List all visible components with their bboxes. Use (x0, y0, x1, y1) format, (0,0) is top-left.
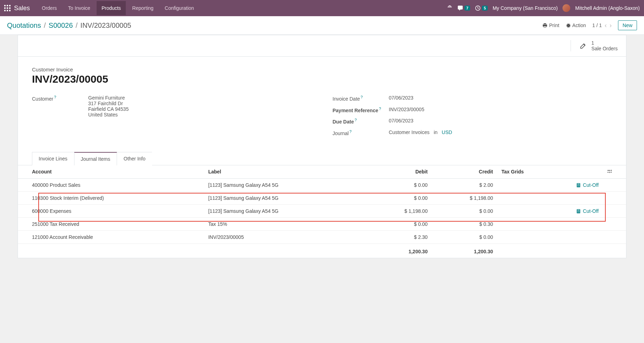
breadcrumb-current: INV/2023/00005 (80, 21, 131, 30)
payment-ref-label: Payment Reference? (333, 107, 389, 113)
controlbar-right: Print Action 1 / 1 ‹ › New (542, 20, 637, 30)
customer-link[interactable]: Gemini Furniture (88, 95, 125, 101)
controlbar: Quotations / S00026 / INV/2023/00005 Pri… (0, 16, 644, 35)
messages-badge: 7 (464, 6, 470, 11)
breadcrumb-quotations[interactable]: Quotations (7, 21, 41, 30)
cell-account: 121000 Account Receivable (18, 230, 204, 243)
cell-debit: $ 0.00 (366, 178, 432, 191)
svg-rect-7 (7, 10, 8, 11)
pager-prev[interactable]: ‹ (605, 22, 607, 29)
journal-label: Journal? (333, 129, 389, 136)
svg-rect-5 (9, 7, 11, 9)
table-row[interactable]: 251000 Tax ReceivedTax 15%$ 0.00$ 0.30 (18, 217, 626, 230)
cell-label: Tax 15% (204, 217, 366, 230)
tab-invoice-lines[interactable]: Invoice Lines (32, 152, 74, 165)
cell-credit: $ 0.30 (432, 217, 497, 230)
company-selector[interactable]: My Company (San Francisco) (493, 5, 558, 11)
cell-account: 251000 Tax Received (18, 217, 204, 230)
user-menu[interactable]: Mitchell Admin (Anglo-Saxon) (575, 5, 640, 11)
gear-icon (566, 23, 571, 28)
svg-rect-8 (9, 10, 11, 11)
cell-tax (497, 178, 561, 191)
stat-sale-orders[interactable]: 1 Sale Orders (571, 40, 618, 51)
cell-account: 400000 Product Sales (18, 178, 204, 191)
invoice-date-label: Invoice Date? (333, 95, 389, 102)
nav-configuration[interactable]: Configuration (160, 1, 199, 15)
table-row[interactable]: 110300 Stock Interim (Delivered)[1123] S… (18, 191, 626, 204)
total-debit: 1,200.30 (366, 243, 432, 258)
cell-debit: $ 0.00 (366, 217, 432, 230)
tab-other-info[interactable]: Other Info (117, 152, 152, 165)
cell-label: [1123] Samsung Galaxy A54 5G (204, 204, 366, 217)
tab-journal-items[interactable]: Journal Items (74, 152, 117, 165)
col-account[interactable]: Account (18, 165, 204, 179)
breadcrumb: Quotations / S00026 / INV/2023/00005 (7, 21, 131, 30)
payment-ref-value[interactable]: INV/2023/00005 (389, 107, 424, 112)
address-country: United States (88, 112, 129, 117)
total-credit: 1,200.30 (432, 243, 497, 258)
svg-rect-4 (7, 7, 8, 9)
cell-label: INV/2023/00005 (204, 230, 366, 243)
cell-credit: $ 0.00 (432, 230, 497, 243)
nav-reporting[interactable]: Reporting (127, 1, 158, 15)
svg-rect-3 (4, 7, 6, 9)
cutoff-button[interactable]: Cut-Off (576, 208, 599, 214)
pager-next[interactable]: › (610, 22, 612, 29)
invoice-date-value[interactable]: 07/06/2023 (389, 95, 414, 101)
cutoff-button[interactable]: Cut-Off (576, 182, 599, 188)
currency-value[interactable]: USD (442, 129, 452, 135)
activities-badge: 5 (482, 6, 488, 11)
nav-to-invoice[interactable]: To Invoice (63, 1, 95, 15)
col-tax-grids[interactable]: Tax Grids (497, 165, 561, 179)
cell-tax (497, 217, 561, 230)
nav-orders[interactable]: Orders (37, 1, 62, 15)
table-row[interactable]: 400000 Product Sales[1123] Samsung Galax… (18, 178, 626, 191)
due-date-value[interactable]: 07/06/2023 (389, 118, 414, 123)
journal-value[interactable]: Customer Invoices (389, 129, 430, 135)
col-credit[interactable]: Credit (432, 165, 497, 179)
options-icon[interactable] (607, 169, 612, 175)
cell-label: [1123] Samsung Galaxy A54 5G (204, 178, 366, 191)
col-label[interactable]: Label (204, 165, 366, 179)
tabs: Invoice Lines Journal Items Other Info (18, 152, 626, 165)
address-line1: 317 Fairchild Dr (88, 101, 129, 106)
journal-items-table: Account Label Debit Credit Tax Grids 400… (18, 165, 626, 258)
apps-icon[interactable] (4, 5, 11, 11)
cell-debit: $ 0.00 (366, 191, 432, 204)
stat-label: Sale Orders (591, 46, 618, 51)
cell-account: 600000 Expenses (18, 204, 204, 217)
svg-rect-1 (7, 5, 8, 6)
svg-rect-6 (4, 10, 6, 11)
customer-label: Customer? (32, 95, 88, 102)
topbar: Sales Orders To Invoice Products Reporti… (0, 0, 644, 16)
cell-account: 110300 Stock Interim (Delivered) (18, 191, 204, 204)
messages-button[interactable]: 7 (457, 5, 470, 11)
edit-icon (579, 42, 587, 50)
nav-products[interactable]: Products (97, 1, 126, 15)
cell-label: [1123] Samsung Galaxy A54 5G (204, 191, 366, 204)
pager: 1 / 1 ‹ › (592, 22, 612, 29)
new-button[interactable]: New (618, 20, 637, 30)
due-date-label: Due Date? (333, 118, 389, 125)
breadcrumb-order[interactable]: S00026 (48, 21, 73, 30)
cell-tax (497, 204, 561, 217)
col-debit[interactable]: Debit (366, 165, 432, 179)
table-row[interactable]: 121000 Account ReceivableINV/2023/00005$… (18, 230, 626, 243)
brand-title[interactable]: Sales (14, 5, 30, 12)
form-sheet: 1 Sale Orders Customer Invoice INV/2023/… (18, 35, 626, 258)
cell-credit: $ 0.00 (432, 204, 497, 217)
stat-count: 1 (591, 40, 618, 46)
activities-button[interactable]: 5 (475, 5, 488, 11)
table-row[interactable]: 600000 Expenses[1123] Samsung Galaxy A54… (18, 204, 626, 217)
print-button[interactable]: Print (542, 23, 559, 28)
avatar[interactable] (562, 4, 570, 12)
bug-icon[interactable] (447, 5, 453, 12)
cell-tax (497, 230, 561, 243)
cell-credit: $ 2.00 (432, 178, 497, 191)
action-button[interactable]: Action (566, 23, 586, 28)
topbar-right: 7 5 My Company (San Francisco) Mitchell … (447, 4, 640, 12)
cell-credit: $ 1,198.00 (432, 191, 497, 204)
address-line2: Fairfield CA 94535 (88, 106, 129, 112)
cell-debit: $ 2.30 (366, 230, 432, 243)
doc-title: INV/2023/00005 (32, 73, 612, 85)
